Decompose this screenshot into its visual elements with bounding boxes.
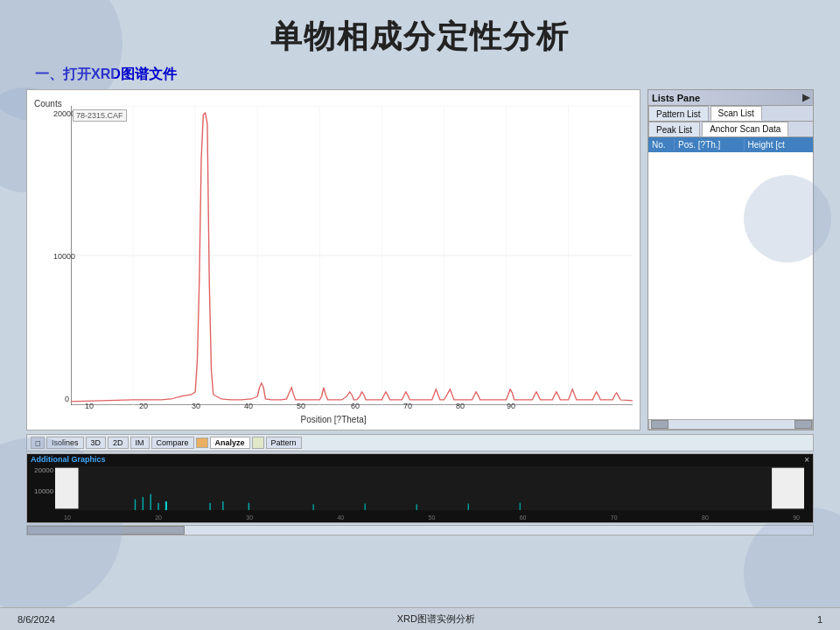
tab-pattern-list[interactable]: Pattern List [648, 106, 709, 121]
add-y-tick-10000: 10000 [34, 487, 53, 495]
lists-pane-title: Lists Pane [652, 93, 700, 103]
scrollbar-thumb-right[interactable] [794, 420, 812, 429]
svg-rect-27 [772, 468, 804, 509]
col-pos: Pos. [?Th.] [675, 139, 745, 150]
tab-row-2: Peak List Anchor Scan Data [648, 122, 813, 137]
toolbar-tab-3d[interactable]: 3D [86, 437, 107, 449]
y-axis-label: Counts [34, 99, 62, 108]
footer-date: 8/6/2024 [18, 614, 55, 625]
footer-center: XRD图谱实例分析 [397, 612, 475, 626]
additional-panel-title: Additional Graphics [31, 455, 106, 464]
content-area: Counts 20000 10000 0 10 20 30 40 50 60 7… [0, 89, 840, 430]
toolbar-area: ◻ Isolines 3D 2D IM Compare Analyze Patt… [26, 434, 814, 452]
lists-scrollbar[interactable] [648, 419, 813, 430]
lists-pane-titlebar: Lists Pane ▶ [648, 90, 813, 106]
col-height: Height [ct [745, 139, 814, 150]
col-no: No. [648, 139, 675, 150]
scrollbar-track[interactable] [668, 420, 794, 429]
tab-row-1: Pattern List Scan List [648, 106, 813, 122]
toolbar-tab-2d[interactable]: 2D [108, 437, 129, 449]
add-x-ticks: 102030405060708090 [64, 514, 800, 521]
toolbar-tab-im[interactable]: IM [130, 437, 150, 449]
additional-close-btn[interactable]: × [804, 455, 809, 465]
tab-peak-list[interactable]: Peak List [648, 122, 700, 136]
toolbar-tab-pattern[interactable]: Pattern [266, 437, 302, 449]
table-header: No. Pos. [?Th.] Height [ct [648, 137, 813, 152]
scrollbar-thumb-left[interactable] [651, 420, 668, 429]
add-y-tick-20000: 20000 [34, 466, 53, 474]
xrd-chart-svg [71, 106, 633, 405]
svg-rect-13 [55, 468, 79, 509]
page-title: 单物相成分定性分析 [0, 16, 840, 59]
toolbar-tab-analyze[interactable]: Analyze [210, 437, 250, 449]
title-area: 单物相成分定性分析 [0, 0, 840, 66]
toolbar-tab-compare[interactable]: Compare [151, 437, 194, 449]
svg-rect-12 [55, 466, 804, 510]
bottom-bar: 8/6/2024 XRD图谱实例分析 1 [0, 607, 840, 630]
tab-anchor-scan-data[interactable]: Anchor Scan Data [702, 122, 788, 136]
xrd-chart-panel: Counts 20000 10000 0 10 20 30 40 50 60 7… [26, 89, 640, 430]
additional-graphics-panel: Additional Graphics × 20000 10000 102030… [26, 453, 814, 523]
y-tick-10000: 10000 [53, 252, 69, 261]
x-axis-label: Position [?Theta] [300, 415, 366, 424]
toolbar-icon-pattern [252, 437, 264, 449]
lists-pane-close-btn[interactable]: ▶ [802, 92, 809, 103]
main-scrollbar[interactable] [26, 525, 814, 536]
additional-chart-svg [55, 466, 804, 510]
toolbar-icon-analyze [196, 438, 208, 448]
tab-scan-list[interactable]: Scan List [710, 106, 762, 121]
y-tick-20000: 20000 [53, 109, 69, 118]
footer-page: 1 [817, 614, 822, 625]
subtitle: 一、打开XRD图谱文件 [0, 66, 840, 84]
y-tick-0: 0 [53, 395, 69, 403]
